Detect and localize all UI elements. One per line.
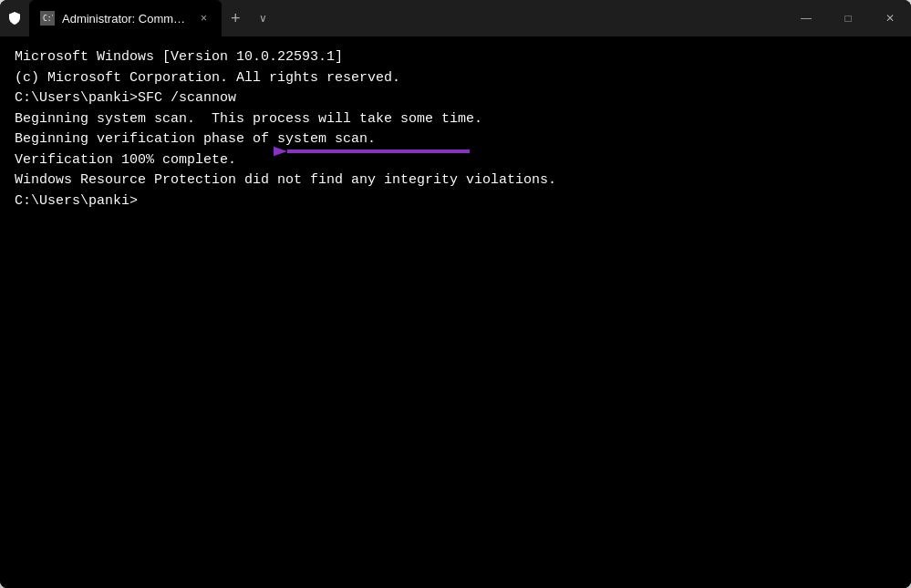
terminal-content[interactable]: Microsoft Windows [Version 10.0.22593.1]… <box>0 36 911 588</box>
terminal-line-13: C:\Users\panki> <box>15 191 896 212</box>
window-controls: — □ ✕ <box>785 0 911 36</box>
terminal-line-2: (c) Microsoft Corporation. All rights re… <box>15 68 896 89</box>
active-tab[interactable]: C:\ Administrator: Command Prom × <box>29 0 222 36</box>
cmd-window: C:\ Administrator: Command Prom × + ∨ — … <box>0 0 911 588</box>
close-button[interactable]: ✕ <box>869 0 911 36</box>
minimize-button[interactable]: — <box>785 0 827 36</box>
arrow-annotation <box>274 135 474 168</box>
svg-text:C:\: C:\ <box>43 15 53 23</box>
arrow-svg <box>274 135 474 168</box>
new-tab-button[interactable]: + <box>222 0 250 36</box>
tab-dropdown-button[interactable]: ∨ <box>250 0 276 36</box>
terminal-line-11: Windows Resource Protection did not find… <box>15 170 896 191</box>
tab-cmd-icon: C:\ <box>40 11 55 26</box>
tab-title-label: Administrator: Command Prom <box>62 12 190 26</box>
maximize-button[interactable]: □ <box>827 0 869 36</box>
terminal-line-6: Beginning system scan. This process will… <box>15 109 896 130</box>
shield-icon <box>0 0 29 36</box>
terminal-line-4: C:\Users\panki>SFC /scannow <box>15 88 896 109</box>
terminal-line-1: Microsoft Windows [Version 10.0.22593.1] <box>15 47 896 68</box>
close-tab-button[interactable]: × <box>197 10 211 26</box>
tab-strip: C:\ Administrator: Command Prom × + ∨ <box>0 0 785 36</box>
titlebar: C:\ Administrator: Command Prom × + ∨ — … <box>0 0 911 36</box>
